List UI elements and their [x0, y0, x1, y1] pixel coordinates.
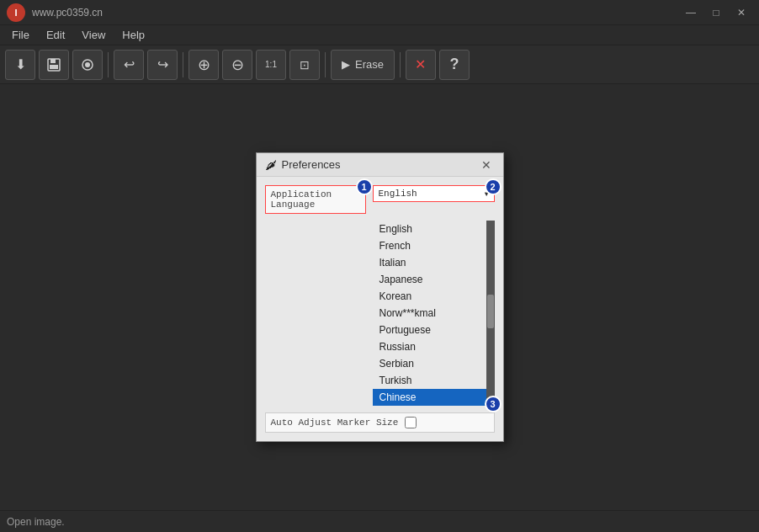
scrollbar-thumb[interactable] [487, 295, 494, 328]
dialog-icon: 🌶 [265, 158, 277, 172]
dialog-title-left: 🌶 Preferences [265, 158, 341, 172]
menu-help[interactable]: Help [114, 27, 153, 43]
lang-option-english[interactable]: English [373, 221, 495, 237]
erase-label: Erase [355, 58, 384, 71]
redo-button[interactable]: ↪ [147, 50, 178, 80]
lang-option-russian[interactable]: Russian [373, 338, 495, 355]
lang-option-turkish[interactable]: Turkish [373, 372, 495, 389]
toolbar-separator-1 [108, 52, 109, 77]
title-text: www.pc0359.cn [32, 7, 103, 19]
toolbar-separator-2 [183, 52, 183, 77]
erase-play-icon: ▶ [342, 58, 350, 71]
dialog-close-button[interactable]: ✕ [478, 157, 495, 173]
dialog-title-text: Preferences [282, 158, 341, 171]
title-left: I www.pc0359.cn [7, 3, 103, 22]
dialog-overlay: 🌶 Preferences ✕ Application Language 1 [0, 84, 759, 510]
zoom-out-button[interactable]: ⊖ [222, 50, 252, 80]
marker-label: Auto Adjust Marker Size [271, 418, 399, 428]
lang-option-portuguese[interactable]: Portuguese [373, 322, 495, 338]
svg-rect-2 [50, 65, 58, 69]
lang-option-korean[interactable]: Korean [373, 288, 495, 305]
svg-rect-1 [50, 59, 56, 63]
toolbar-separator-3 [325, 52, 326, 77]
title-close-button[interactable]: ✕ [730, 3, 752, 22]
zoom-1to1-button[interactable]: 1:1 [256, 50, 286, 80]
help-button[interactable]: ? [439, 50, 470, 80]
menu-edit[interactable]: Edit [38, 27, 73, 43]
svg-point-4 [85, 62, 90, 67]
minimize-button[interactable]: — [680, 3, 702, 22]
lang-option-japanese[interactable]: Japanese [373, 271, 495, 288]
status-bar: Open image. [0, 510, 759, 532]
menu-file[interactable]: File [3, 27, 38, 43]
list-items: English French Italian Japanese Korean N… [373, 221, 495, 406]
lang-row: Application Language 1 English ▼ 2 [265, 185, 495, 214]
preferences-dialog: 🌶 Preferences ✕ Application Language 1 [256, 152, 504, 442]
menu-view[interactable]: View [73, 27, 114, 43]
lang-option-french[interactable]: French [373, 237, 495, 254]
lang-option-norwegian[interactable]: Norw***kmal [373, 305, 495, 322]
zoom-in-button[interactable]: ⊕ [188, 50, 219, 80]
list-wrapper: English French Italian Japanese Korean N… [373, 221, 495, 406]
badge-1: 1 [356, 178, 373, 195]
badge-3: 3 [485, 396, 502, 412]
lang-selected[interactable]: English ▼ [373, 185, 495, 202]
lang-select-wrapper[interactable]: English ▼ 2 [373, 185, 495, 202]
zoom-fit-button[interactable]: ⊡ [289, 50, 320, 80]
title-bar: I www.pc0359.cn — □ ✕ [0, 0, 759, 25]
lang-label-wrapper: Application Language 1 [265, 185, 366, 214]
lang-dropdown-list: English French Italian Japanese Korean N… [373, 221, 495, 406]
erase-button[interactable]: ▶ Erase [331, 50, 395, 80]
open-button[interactable]: ⬇ [5, 50, 35, 80]
lang-label: Application Language [265, 185, 366, 214]
status-text: Open image. [7, 516, 65, 528]
main-area: www.pirome.NET 🌶 Preferences ✕ [0, 84, 759, 510]
lang-row-wrapper: Application Language 1 English ▼ 2 [265, 185, 495, 214]
marker-checkbox[interactable] [405, 417, 417, 428]
lang-option-italian[interactable]: Italian [373, 254, 495, 271]
toolbar: ⬇ ↩ ↪ ⊕ ⊖ 1:1 ⊡ ▶ Erase ✕ ? [0, 45, 759, 84]
marker-row: Auto Adjust Marker Size [265, 412, 495, 433]
dialog-body: Application Language 1 English ▼ 2 [257, 177, 503, 441]
cancel-button[interactable]: ✕ [406, 50, 436, 80]
menu-bar: File Edit View Help [0, 25, 759, 45]
toolbar-separator-4 [400, 52, 401, 77]
app-logo: I [7, 3, 25, 22]
undo-button[interactable]: ↩ [114, 50, 144, 80]
preview-button[interactable] [72, 50, 103, 80]
dialog-title-bar: 🌶 Preferences ✕ [257, 153, 503, 177]
lang-option-serbian[interactable]: Serbian [373, 355, 495, 372]
lang-selected-text: English [379, 189, 485, 199]
badge-2: 2 [485, 178, 502, 195]
maximize-button[interactable]: □ [705, 3, 727, 22]
scrollbar-area[interactable] [486, 221, 495, 406]
title-controls: — □ ✕ [680, 3, 752, 22]
lang-option-chinese[interactable]: Chinese 3 [373, 389, 495, 406]
save-button[interactable] [39, 50, 69, 80]
